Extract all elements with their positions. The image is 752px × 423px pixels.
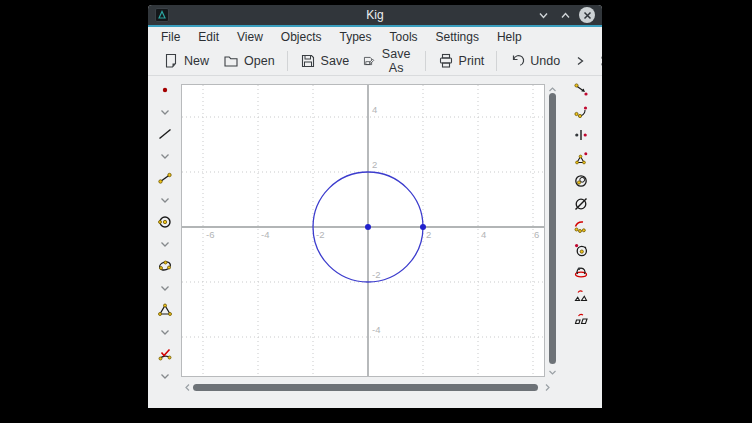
- open-folder-icon: [223, 53, 239, 69]
- affine-transform-tool-button[interactable]: [569, 307, 593, 330]
- window-controls: [535, 7, 595, 23]
- axis-labels: -6 -4 -2 2 4 6 4 2 -2 -4: [206, 104, 539, 335]
- canvas-frame: -6 -4 -2 2 4 6 4 2 -2 -4: [181, 84, 560, 408]
- line-reflection-tool-button[interactable]: [569, 123, 593, 146]
- scroll-down-button[interactable]: [547, 367, 557, 377]
- polygon-icon: [157, 302, 173, 318]
- toolbar-separator: [287, 51, 288, 71]
- chevron-down-icon: [157, 148, 173, 164]
- toolbar-separator: [425, 51, 426, 71]
- polygon-tool-expander[interactable]: [153, 321, 177, 343]
- vertical-scrollbar-thumb[interactable]: [549, 93, 556, 364]
- horizontal-scrollbar-thumb[interactable]: [193, 384, 538, 391]
- gridlines: [182, 85, 544, 376]
- maximize-button[interactable]: [557, 7, 573, 23]
- angle-tool-button[interactable]: [153, 343, 177, 365]
- undo-button[interactable]: Undo: [502, 50, 567, 72]
- x-tick-label: -6: [206, 229, 214, 240]
- segment-tool-expander[interactable]: [153, 189, 177, 211]
- chevron-down-icon: [548, 368, 557, 377]
- save-button-label: Save: [321, 54, 350, 68]
- vertical-scrollbar[interactable]: [545, 84, 560, 377]
- chevron-up-icon: [560, 10, 571, 21]
- menu-objects[interactable]: Objects: [272, 28, 331, 46]
- undo-button-label: Undo: [530, 54, 560, 68]
- triangle-reflection-tool-button[interactable]: [569, 146, 593, 169]
- angle-tool-expander[interactable]: [153, 365, 177, 387]
- x-tick-label: -4: [261, 229, 269, 240]
- translation-icon: [573, 81, 589, 97]
- affine-transform-icon: [573, 311, 589, 327]
- close-button[interactable]: [579, 7, 595, 23]
- zoom-in-button[interactable]: Zoom In: [593, 44, 602, 78]
- circle-tool-expander[interactable]: [153, 233, 177, 255]
- projective-rotation-icon: [573, 265, 589, 281]
- new-button[interactable]: New: [156, 50, 216, 72]
- points-and-objects-toolbox: [148, 76, 181, 408]
- circle-tool-button[interactable]: [153, 211, 177, 233]
- open-button[interactable]: Open: [216, 50, 282, 72]
- translation-tool-button[interactable]: [569, 77, 593, 100]
- line-tool-expander[interactable]: [153, 145, 177, 167]
- triangle-reflection-icon: [573, 150, 589, 166]
- menu-help[interactable]: Help: [488, 28, 531, 46]
- point-reflection-tool-button[interactable]: [569, 100, 593, 123]
- arc-tool-button[interactable]: [569, 215, 593, 238]
- projective-rotation-tool-button[interactable]: [569, 261, 593, 284]
- window-title: Kig: [148, 8, 602, 22]
- menu-file[interactable]: File: [152, 28, 189, 46]
- chevron-down-icon: [538, 10, 549, 21]
- rotation-tool-button[interactable]: [569, 238, 593, 261]
- radius-point-object[interactable]: [420, 224, 426, 230]
- chevron-down-icon: [157, 368, 173, 384]
- conic-tool-expander[interactable]: [153, 277, 177, 299]
- segment-tool-button[interactable]: [153, 167, 177, 189]
- inversion-icon: [573, 173, 589, 189]
- x-tick-label: -2: [316, 229, 324, 240]
- x-tick-label: 6: [534, 229, 539, 240]
- circle-test-tool-button[interactable]: [569, 192, 593, 215]
- chevron-right-icon: [574, 55, 586, 67]
- undo-icon: [509, 53, 525, 69]
- point-icon: [157, 82, 173, 98]
- polygon-tool-button[interactable]: [153, 299, 177, 321]
- save-icon: [300, 53, 316, 69]
- conic-tool-button[interactable]: [153, 255, 177, 277]
- chevron-down-icon: [157, 280, 173, 296]
- titlebar[interactable]: Kig: [148, 5, 602, 25]
- save-as-button-label: Save As: [380, 47, 413, 75]
- chevron-down-icon: [157, 324, 173, 340]
- new-document-icon: [163, 53, 179, 69]
- line-reflection-icon: [573, 127, 589, 143]
- chevron-down-icon: [157, 236, 173, 252]
- point-tool-expander[interactable]: [153, 101, 177, 123]
- rotation-icon: [573, 242, 589, 258]
- center-point-object[interactable]: [365, 224, 371, 230]
- circle-test-icon: [573, 196, 589, 212]
- print-button[interactable]: Print: [431, 50, 492, 72]
- scaling-tool-button[interactable]: [569, 284, 593, 307]
- scroll-left-button[interactable]: [182, 382, 192, 392]
- arc-icon: [573, 219, 589, 235]
- inversion-tool-button[interactable]: [569, 169, 593, 192]
- y-tick-label: 4: [372, 104, 377, 115]
- save-as-icon: [363, 53, 375, 69]
- save-button[interactable]: Save: [293, 50, 357, 72]
- scroll-right-button[interactable]: [542, 382, 552, 392]
- line-tool-button[interactable]: [153, 123, 177, 145]
- coordinate-grid: -6 -4 -2 2 4 6 4 2 -2 -4: [182, 85, 544, 376]
- menu-view[interactable]: View: [228, 28, 272, 46]
- point-tool-button[interactable]: [153, 79, 177, 101]
- line-icon: [157, 126, 173, 142]
- menu-edit[interactable]: Edit: [189, 28, 228, 46]
- y-tick-label: 2: [372, 159, 377, 170]
- geometry-canvas[interactable]: -6 -4 -2 2 4 6 4 2 -2 -4: [181, 84, 545, 377]
- undo-dropdown-button[interactable]: [567, 52, 593, 70]
- horizontal-scrollbar[interactable]: [181, 379, 545, 395]
- minimize-button[interactable]: [535, 7, 551, 23]
- y-tick-label: -2: [372, 269, 380, 280]
- angle-icon: [157, 346, 173, 362]
- y-tick-label: -4: [372, 324, 380, 335]
- menu-settings[interactable]: Settings: [427, 28, 488, 46]
- save-as-button[interactable]: Save As: [356, 44, 420, 78]
